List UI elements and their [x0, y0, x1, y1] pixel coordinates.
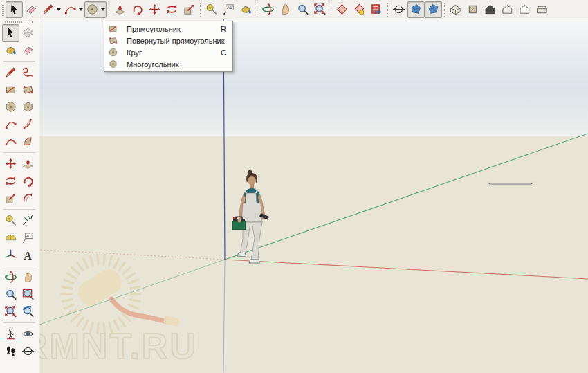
line-tool-button[interactable]: [2, 64, 19, 81]
three-point-arc-tool-icon: [4, 135, 17, 148]
walk-tool-button[interactable]: [2, 343, 19, 360]
look-around-tool-button[interactable]: [19, 325, 37, 343]
line-tool-button[interactable]: [40, 1, 62, 18]
arc-tool-button[interactable]: [62, 1, 84, 18]
move-tool-button[interactable]: [146, 1, 163, 18]
follow-me-tool-button[interactable]: [129, 1, 146, 18]
freehand-tool-button[interactable]: [19, 64, 37, 81]
zoom-tool-icon: [296, 3, 309, 16]
menu-item-rotated-rectangle[interactable]: Повернутый прямоугольник: [104, 35, 232, 46]
axes-tool-button[interactable]: [2, 246, 19, 264]
menu-item-shortcut: C: [221, 48, 226, 57]
orbit-tool-button[interactable]: [2, 269, 19, 286]
protractor-tool-button[interactable]: [2, 229, 19, 246]
zoom-extents-tool-icon: [4, 305, 17, 318]
palette-grip-handle[interactable]: [5, 21, 34, 23]
orbit-tool-icon: [261, 3, 275, 16]
text-tool-button[interactable]: A1: [220, 1, 237, 18]
offset-tool-button[interactable]: [19, 190, 37, 207]
shapes-tool-icon: [86, 3, 99, 16]
shapes-dropdown-menu: ПрямоугольникRПовернутый прямоугольникКр…: [104, 21, 233, 72]
right-view-tool-icon: [501, 3, 514, 16]
push-pull-tool-button[interactable]: [111, 1, 129, 18]
dropdown-caret-icon[interactable]: [101, 8, 105, 11]
three-point-arc-tool-button[interactable]: [2, 133, 19, 150]
field-of-view-tool-button[interactable]: [390, 1, 407, 18]
walk-tool-icon: [4, 345, 17, 358]
svg-text:A1: A1: [227, 5, 232, 10]
back-view-tool-button[interactable]: [516, 1, 533, 18]
move-tool-button[interactable]: [2, 155, 19, 172]
section-display-tool-button[interactable]: [351, 1, 368, 18]
shapes-tool-button[interactable]: [84, 1, 107, 18]
eraser-tool-button[interactable]: [19, 42, 37, 59]
zoom-extents-tool-button[interactable]: [2, 303, 19, 320]
push-pull-tool-icon: [113, 3, 127, 16]
select-tool-button[interactable]: [2, 24, 19, 42]
top-view-tool-button[interactable]: [464, 1, 481, 18]
look-around-tool-icon: [21, 327, 35, 340]
3d-text-tool-button[interactable]: A: [19, 246, 37, 264]
axis-blue-negative-line: [223, 260, 225, 373]
polygon-tool-icon: [21, 100, 35, 113]
dropdown-caret-icon[interactable]: [79, 8, 83, 11]
zoom-tool-button[interactable]: [294, 1, 311, 18]
scale-tool-button[interactable]: [2, 190, 19, 207]
face-camera-b-tool-button[interactable]: [425, 1, 442, 18]
rectangle-tool-button[interactable]: [2, 81, 19, 98]
rotate-tool-button[interactable]: [2, 172, 19, 190]
iso-view-tool-button[interactable]: [447, 1, 464, 18]
tape-measure-tool-button[interactable]: [2, 212, 19, 229]
zoom-window-tool-button[interactable]: [19, 286, 37, 303]
rotate-tool-button[interactable]: [163, 1, 181, 18]
tape-measure-tool-icon: [4, 214, 17, 227]
two-point-arc-tool-button[interactable]: [19, 116, 37, 133]
right-view-tool-button[interactable]: [499, 1, 516, 18]
menu-item-polygon[interactable]: Многоугольник: [104, 58, 232, 70]
paint-bucket-tool-button[interactable]: [2, 42, 19, 59]
section-plane-tool-button[interactable]: [333, 1, 351, 18]
tape-measure-tool-button[interactable]: [203, 1, 220, 18]
circle-tool-icon: [4, 100, 17, 113]
paint-bucket-tool-button[interactable]: [237, 1, 255, 18]
zoom-extents-tool-button[interactable]: [311, 1, 329, 18]
polygon-tool-button[interactable]: [19, 98, 37, 116]
menu-item-circle[interactable]: КругC: [104, 46, 232, 58]
push-pull-tool-button[interactable]: [19, 155, 37, 172]
left-view-tool-button[interactable]: [533, 1, 551, 18]
orbit-tool-button[interactable]: [259, 1, 277, 18]
follow-me-tool-button[interactable]: [19, 172, 37, 190]
front-view-tool-button[interactable]: [481, 1, 499, 18]
scale-tool-button[interactable]: [181, 1, 198, 18]
arc-tool-button[interactable]: [2, 116, 19, 133]
watermark-text: RMNT.RU: [39, 326, 198, 366]
previous-view-tool-button[interactable]: [19, 303, 37, 320]
toolbar-grip-handle[interactable]: [2, 3, 4, 17]
pan-tool-button[interactable]: [19, 269, 37, 286]
select-tool-button[interactable]: [6, 1, 23, 18]
rotate-tool-icon: [165, 3, 178, 16]
turn-tool-button[interactable]: [19, 343, 37, 360]
palette-separator: [3, 209, 35, 210]
pan-tool-button[interactable]: [277, 1, 294, 18]
rotated-rectangle-tool-button[interactable]: [19, 81, 37, 98]
circle-tool-icon: [108, 47, 118, 57]
eraser-tool-button[interactable]: [23, 1, 40, 18]
menu-item-rectangle[interactable]: ПрямоугольникR: [104, 23, 232, 35]
zoom-tool-button[interactable]: [2, 286, 19, 303]
drawing-canvas[interactable]: RMNT.RU: [39, 19, 588, 373]
position-camera-tool-button[interactable]: [2, 325, 19, 343]
menu-item-shortcut: R: [221, 25, 226, 33]
pie-tool-button[interactable]: [19, 133, 37, 150]
top-toolbar: A1: [0, 0, 588, 19]
face-camera-a-tool-button[interactable]: [407, 1, 425, 18]
make-component-tool-button[interactable]: [19, 24, 37, 42]
top-view-tool-icon: [466, 3, 479, 16]
text-tool-button[interactable]: A1: [19, 229, 37, 246]
front-view-tool-icon: [484, 3, 497, 16]
circle-tool-button[interactable]: [2, 98, 19, 116]
left-view-tool-icon: [535, 3, 549, 16]
section-cuts-tool-button[interactable]: [368, 1, 385, 18]
dropdown-caret-icon[interactable]: [57, 8, 61, 11]
dimension-tool-button[interactable]: [19, 212, 37, 229]
